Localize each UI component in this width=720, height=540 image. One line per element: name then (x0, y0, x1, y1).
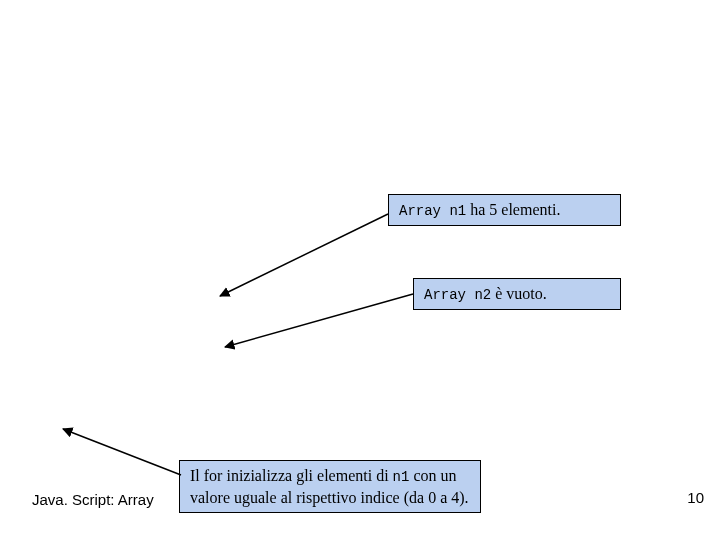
callout-array-n1-code: Array n1 (399, 203, 466, 219)
arrow-layer (0, 0, 720, 540)
callout-array-n2: Array n2 è vuoto. (413, 278, 621, 310)
callout-for-loop: Il for inizializza gli elementi di n1 co… (179, 460, 481, 513)
callout-for-loop-code: n1 (393, 469, 410, 485)
arrow-for (63, 429, 181, 475)
callout-array-n1-text: ha 5 elementi. (466, 201, 560, 218)
callout-array-n2-text: è vuoto. (491, 285, 547, 302)
callout-for-loop-pre: Il for inizializza gli elementi di (190, 467, 393, 484)
callout-array-n2-code: Array n2 (424, 287, 491, 303)
arrow-n2 (225, 294, 413, 347)
arrow-n1 (220, 214, 388, 296)
callout-array-n1: Array n1 ha 5 elementi. (388, 194, 621, 226)
page-number: 10 (687, 489, 704, 506)
footer-label: Java. Script: Array (32, 491, 154, 508)
